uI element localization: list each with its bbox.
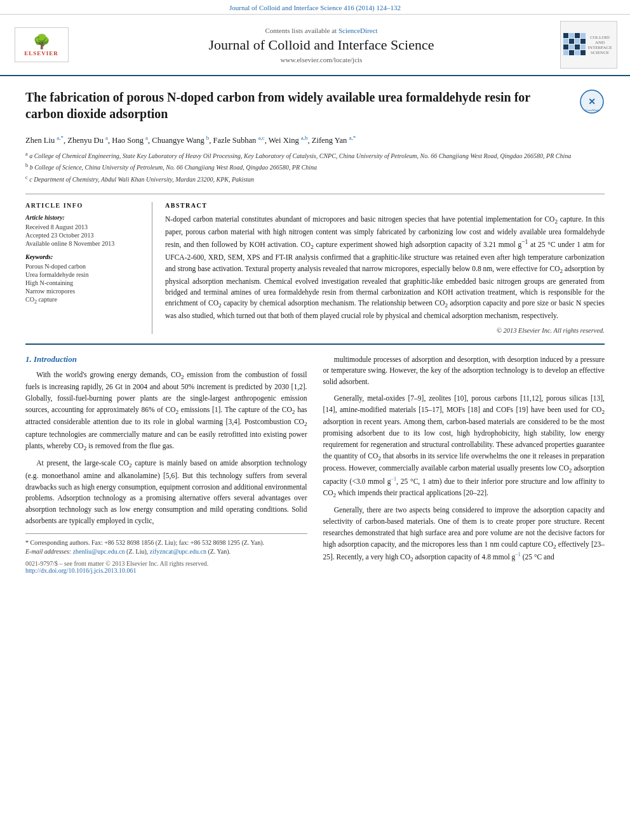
- keyword-5: CO2 capture: [25, 296, 142, 305]
- article-content: The fabrication of porous N-doped carbon…: [0, 76, 630, 587]
- body-para-3: multimodule processes of adsorption and …: [323, 354, 605, 388]
- abstract-text: N-doped carbon material constitutes abun…: [165, 214, 605, 321]
- doi-link[interactable]: http://dx.doi.org/10.1016/j.jcis.2013.10…: [25, 567, 137, 574]
- contents-label: Contents lists available at: [265, 27, 337, 34]
- body-column-right: multimodule processes of adsorption and …: [323, 354, 605, 574]
- body-text-right: multimodule processes of adsorption and …: [323, 354, 605, 564]
- body-column-left: 1. Introduction With the world's growing…: [25, 354, 307, 574]
- authors-line: Zhen Liu a,*, Zhenyu Du a, Hao Song a, C…: [25, 135, 605, 145]
- body-para-5: Generally, there are two aspects being c…: [323, 505, 605, 564]
- article-history-title: Article history:: [25, 214, 142, 221]
- article-info-panel: ARTICLE INFO Article history: Received 8…: [25, 202, 152, 333]
- svg-text:CrossMark: CrossMark: [585, 109, 600, 112]
- keyword-3: High N-containing: [25, 279, 142, 286]
- keyword-4: Narrow micropores: [25, 288, 142, 295]
- crossmark-logo: ✕ CrossMark: [579, 89, 605, 114]
- body-section: 1. Introduction With the world's growing…: [25, 343, 605, 574]
- keywords-heading: Keywords:: [25, 253, 142, 260]
- body-para-2: At present, the large-scale CO2 capture …: [25, 458, 307, 527]
- sciencedirect-line: Contents lists available at ScienceDirec…: [83, 27, 560, 34]
- cover-text: COLLOID ANDINTERFACESCIENCE: [586, 35, 614, 55]
- elsevier-logo-box: 🌳 ELSEVIER: [15, 27, 69, 62]
- keyword-2: Urea formaldehyde resin: [25, 271, 142, 278]
- body-para-4: Generally, metal-oxides [7–9], zeolites …: [323, 393, 605, 500]
- accepted-date: Accepted 23 October 2013: [25, 232, 142, 239]
- journal-cover-thumbnail: COLLOID ANDINTERFACESCIENCE: [560, 21, 617, 69]
- journal-header: 🌳 ELSEVIER Contents lists available at S…: [0, 15, 630, 76]
- svg-text:✕: ✕: [588, 97, 596, 107]
- footnote-corresponding: * Corresponding authors. Fax: +86 532 86…: [25, 539, 307, 546]
- affiliations: a a College of Chemical Engineering, Sta…: [25, 150, 605, 184]
- elsevier-brand-text: ELSEVIER: [24, 50, 58, 57]
- email-link-liu[interactable]: zhenliu@upc.edu.cn: [73, 548, 125, 555]
- email-link-yan[interactable]: zifyzncat@upc.edu.cn: [150, 548, 206, 555]
- section1-heading: 1. Introduction: [25, 354, 307, 364]
- available-date: Available online 8 November 2013: [25, 240, 142, 247]
- issn-line: 0021-9797/$ – see front matter © 2013 El…: [25, 560, 307, 574]
- abstract-panel: ABSTRACT N-doped carbon material constit…: [165, 202, 605, 333]
- affiliation-b: b b College of Science, China University…: [25, 162, 605, 172]
- copyright-line: © 2013 Elsevier Inc. All rights reserved…: [165, 327, 605, 334]
- elsevier-logo: 🌳 ELSEVIER: [13, 27, 70, 62]
- article-info-heading: ARTICLE INFO: [25, 202, 142, 209]
- keyword-1: Porous N-doped carbon: [25, 263, 142, 270]
- abstract-heading: ABSTRACT: [165, 202, 605, 209]
- journal-name: Journal of Colloid and Interface Science: [83, 37, 560, 53]
- cover-grid: [563, 33, 586, 55]
- affiliation-c: c c Department of Chemistry, Abdul Wali …: [25, 174, 605, 184]
- info-abstract-section: ARTICLE INFO Article history: Received 8…: [25, 194, 605, 333]
- affiliation-a: a a College of Chemical Engineering, Sta…: [25, 150, 605, 161]
- issn-text: 0021-9797/$ – see front matter © 2013 El…: [25, 560, 208, 567]
- received-date: Received 8 August 2013: [25, 223, 142, 230]
- journal-citation: Journal of Colloid and Interface Science…: [229, 4, 401, 11]
- journal-header-bar: Journal of Colloid and Interface Science…: [0, 0, 630, 15]
- journal-title-area: Contents lists available at ScienceDirec…: [83, 27, 560, 63]
- sciencedirect-link[interactable]: ScienceDirect: [338, 27, 378, 34]
- footnotes: * Corresponding authors. Fax: +86 532 86…: [25, 533, 307, 555]
- article-title: The fabrication of porous N-doped carbon…: [25, 89, 570, 122]
- elsevier-tree-icon: 🌳: [33, 34, 50, 50]
- body-text-left: With the world's growing energy demands,…: [25, 370, 307, 527]
- journal-url: www.elsevier.com/locate/jcis: [83, 56, 560, 63]
- body-para-1: With the world's growing energy demands,…: [25, 370, 307, 453]
- footnote-email: E-mail addresses: zhenliu@upc.edu.cn (Z.…: [25, 548, 307, 555]
- article-title-section: The fabrication of porous N-doped carbon…: [25, 89, 605, 127]
